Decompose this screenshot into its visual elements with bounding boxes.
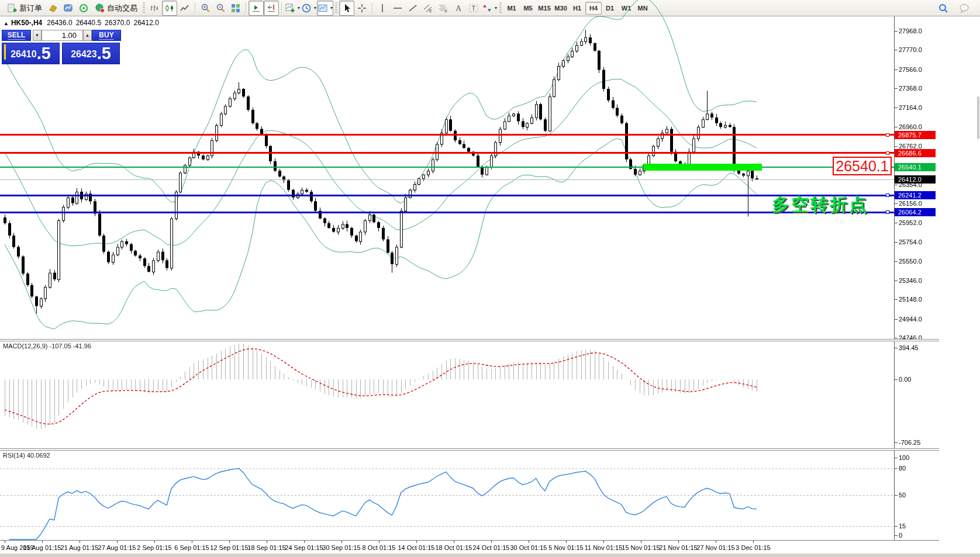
time-axis-tick[interactable]: 27 Aug 01:15 — [98, 544, 136, 551]
price-axis-tick: 27566.0 — [899, 65, 922, 74]
price-axis-tick: 25754.0 — [899, 238, 922, 246]
price-badge: 26412.0 — [895, 175, 936, 184]
volume-increase-button[interactable]: ▲ — [83, 30, 92, 41]
time-axis-tick-mark — [154, 541, 155, 543]
expander-icon[interactable]: ▲ — [4, 20, 9, 26]
time-axis-tick-mark — [117, 541, 118, 543]
macd-indicator-label: MACD(12,26,9) -107.05 -41.96 — [3, 342, 91, 350]
price-badge: 26540.1 — [895, 163, 936, 171]
chart-canvas[interactable] — [0, 0, 980, 557]
time-axis-tick-mark — [529, 541, 529, 543]
time-axis-tick[interactable]: 21 Aug 01:15 — [61, 544, 99, 551]
line-handle[interactable] — [886, 210, 889, 214]
time-axis-tick[interactable]: 15 Nov 01:15 — [622, 544, 660, 551]
horizontal-line-object[interactable] — [0, 134, 894, 136]
text-cursor-caret — [4, 44, 6, 60]
time-axis-tick[interactable]: 2 Sep 01:15 — [137, 544, 171, 551]
buy-button[interactable]: BUY — [92, 30, 121, 41]
high-value: 26440.5 — [76, 19, 101, 27]
time-axis-tick[interactable]: 5 Nov 01:15 — [548, 544, 583, 551]
time-axis-tick-mark — [80, 541, 80, 543]
time-axis-tick-mark — [341, 541, 342, 543]
macd-axis-tick: -706.25 — [899, 438, 920, 447]
price-scale-separator — [894, 16, 895, 541]
rsi-axis-tick: 15 — [899, 522, 906, 530]
rsi-axis-tick: 0 — [899, 531, 902, 539]
time-axis-tick[interactable]: 24 Oct 01:15 — [473, 544, 510, 551]
macd-axis-tick: 0.00 — [899, 375, 911, 383]
open-value: 26436.0 — [47, 19, 72, 27]
price-axis-tick: 27770.0 — [899, 46, 922, 54]
volume-input[interactable]: 1.00 — [42, 30, 83, 41]
time-axis-tick[interactable]: 27 Nov 01:15 — [696, 544, 734, 551]
time-axis-tick[interactable]: 3 Dec 01:15 — [736, 544, 770, 551]
sell-button[interactable]: SELL — [2, 30, 31, 41]
rsi-axis-tick: 80 — [899, 464, 906, 472]
macd-panel-splitter[interactable] — [0, 339, 939, 341]
scrollbar-thumb[interactable] — [977, 96, 979, 139]
time-axis-tick-mark — [753, 541, 754, 543]
highlight-bar-object[interactable] — [643, 164, 762, 171]
time-axis-tick-mark — [566, 541, 567, 543]
line-handle[interactable] — [886, 133, 889, 137]
time-axis-tick-mark — [267, 541, 267, 543]
time-axis-tick[interactable]: 11 Nov 01:15 — [585, 544, 623, 551]
macd-axis-tick: 394.45 — [899, 344, 919, 352]
price-badge: 26875.7 — [895, 131, 936, 139]
time-axis-tick[interactable]: 18 Sep 01:15 — [247, 544, 285, 551]
price-axis-tick: 26960.0 — [899, 123, 922, 131]
line-handle[interactable] — [886, 193, 889, 197]
volume-decrease-button[interactable]: ▼ — [33, 30, 42, 41]
price-axis-tick: 25148.0 — [899, 295, 922, 303]
time-axis-tick[interactable]: 21 Nov 01:15 — [659, 544, 697, 551]
sell-price-display[interactable]: 26410.5 — [2, 43, 60, 64]
one-click-trade-panel: SELL ▼ 1.00 ▲ BUY 26410.5 26423.5 — [2, 30, 121, 64]
level-price-annotation[interactable]: 26540.1 — [833, 157, 892, 175]
time-axis-tick-mark — [641, 541, 641, 543]
price-badge: 26686.6 — [895, 149, 936, 157]
time-axis-tick-mark — [5, 541, 5, 543]
sell-price-frac: .5 — [37, 45, 51, 62]
line-handle[interactable] — [886, 151, 889, 155]
time-axis-tick-mark — [192, 541, 192, 543]
price-axis-tick: 26156.0 — [899, 199, 922, 207]
time-axis-tick[interactable]: 18 Oct 01:15 — [436, 544, 472, 551]
time-axis-tick-mark — [379, 541, 379, 543]
time-axis-tick[interactable]: 30 Oct 01:15 — [510, 544, 547, 551]
window-bottom-edge — [0, 553, 980, 557]
time-axis-line — [0, 540, 939, 541]
time-axis-tick-mark — [416, 541, 417, 543]
time-axis-tick[interactable]: 14 Oct 01:15 — [398, 544, 435, 551]
horizontal-line-object[interactable] — [0, 152, 894, 154]
sell-price-main: 26410 — [11, 47, 37, 62]
price-axis-tick: 27368.0 — [899, 84, 922, 92]
time-axis-tick[interactable]: 8 Oct 01:15 — [363, 544, 396, 551]
turning-point-annotation[interactable]: 多空转折点 — [772, 193, 868, 217]
time-axis-tick[interactable]: 24 Sep 01:15 — [285, 544, 323, 551]
rsi-axis-tick: 50 — [899, 491, 906, 499]
price-badge: 26241.2 — [895, 191, 936, 199]
symbol-timeframe-label: HK50-,H4 — [11, 19, 42, 27]
time-axis-tick[interactable]: 6 Sep 01:15 — [174, 544, 209, 551]
time-axis-tick-mark — [716, 541, 716, 543]
price-axis-tick: 24944.0 — [899, 315, 922, 323]
time-axis-tick-mark — [304, 541, 305, 543]
buy-price-main: 26423 — [71, 47, 97, 62]
bid-price-line — [0, 179, 894, 180]
time-axis-tick-mark — [229, 541, 230, 543]
price-axis-tick: 27968.0 — [899, 27, 922, 35]
time-axis-tick[interactable]: 12 Sep 01:15 — [210, 544, 248, 551]
horizontal-line-object[interactable] — [0, 212, 894, 213]
buy-price-display[interactable]: 26423.5 — [62, 43, 120, 64]
price-axis-tick: 25952.0 — [899, 219, 922, 227]
price-axis-tick: 27164.0 — [899, 103, 922, 112]
time-axis-tick[interactable]: 15 Aug 01:15 — [23, 544, 61, 551]
chart-ohlc-header: ▲HK50-,H426436.026440.526370.026412.0 — [4, 19, 163, 27]
rsi-panel-splitter[interactable] — [0, 448, 939, 451]
rsi-indicator-label: RSI(14) 40.0692 — [3, 452, 50, 459]
horizontal-line-object[interactable] — [0, 195, 894, 196]
price-axis-tick: 25550.0 — [899, 257, 922, 265]
price-badge: 26064.2 — [895, 208, 936, 216]
price-axis-tick: 25346.0 — [899, 276, 922, 285]
time-axis-tick[interactable]: 30 Sep 01:15 — [322, 544, 360, 551]
